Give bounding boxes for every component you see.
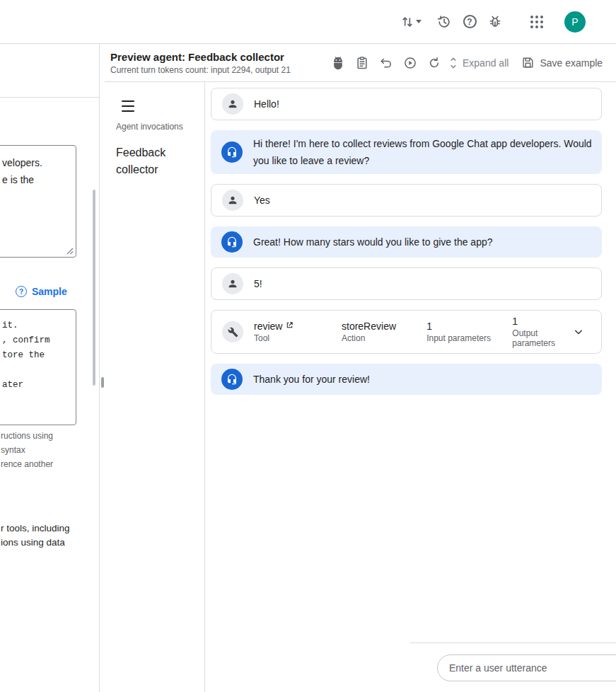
android-icon: [331, 56, 345, 70]
instructions-textarea[interactable]: it. , confirm tore the ater: [0, 309, 76, 425]
panel-resize-handle[interactable]: [101, 377, 104, 388]
sample-link[interactable]: ? Sample: [16, 286, 67, 297]
message-text: Thank you for your review!: [253, 371, 370, 388]
swap-vert-icon: [400, 15, 414, 29]
preview-header: Preview agent: Feedback collector Curren…: [105, 44, 616, 82]
hamburger-menu-button[interactable]: [122, 100, 136, 112]
token-sort-button[interactable]: [400, 15, 422, 29]
tool-input-column: 1 Input parameters: [426, 321, 501, 343]
tool-action-column: storeReview Action: [342, 321, 416, 343]
tool-action-label: Action: [342, 333, 416, 343]
paragraph-line: r tools, including: [1, 521, 96, 536]
input-parameters-label: Input parameters: [426, 333, 501, 343]
topbar: ? P: [0, 0, 616, 44]
user-message: Hello!: [211, 88, 602, 120]
history-button[interactable]: [431, 9, 457, 35]
tools-description-text: r tools, including ions using data: [1, 521, 96, 550]
person-icon: [222, 190, 243, 211]
message-text: Yes: [254, 192, 270, 209]
save-example-button[interactable]: Save example: [521, 56, 603, 69]
message-text: Hi there! I'm here to collect reviews fr…: [253, 135, 595, 169]
user-message: Yes: [211, 184, 602, 217]
bug-report-icon: [488, 15, 502, 29]
copy-conversation-button[interactable]: [350, 51, 374, 75]
save-icon: [521, 56, 535, 69]
restart-icon: [427, 56, 441, 70]
hint-line: ructions using: [1, 429, 96, 443]
hint-line: syntax: [1, 443, 96, 457]
expand-tool-details-button[interactable]: [566, 319, 591, 345]
goal-text-line: e is the: [2, 171, 73, 188]
message-text: Great! How many stars would you like to …: [253, 233, 493, 250]
hint-line: rence another: [1, 457, 96, 471]
tool-action-name: storeReview: [342, 321, 416, 332]
preview-title: Preview agent: Feedback collector: [110, 51, 326, 63]
left-panel-divider: [0, 97, 99, 98]
token-count-subtitle: Current turn tokens count: input 2294, o…: [110, 65, 326, 75]
help-outline-icon: ?: [16, 286, 27, 297]
message-list: Hello! Hi there! I'm here to collect rev…: [211, 88, 602, 395]
chat-input-bar: [410, 642, 616, 692]
apps-grid-icon[interactable]: [530, 16, 543, 28]
tool-name[interactable]: review: [254, 321, 282, 332]
output-parameter-count: 1: [512, 316, 555, 327]
agent-message: Hi there! I'm here to collect reviews fr…: [211, 130, 602, 174]
message-text: Hello!: [254, 96, 279, 113]
undo-icon: [379, 56, 393, 70]
person-icon: [222, 93, 243, 115]
preview-title-block: Preview agent: Feedback collector Curren…: [110, 51, 326, 75]
headset-icon: [221, 369, 243, 390]
sample-link-label: Sample: [32, 286, 67, 297]
chat-panel: Hello! Hi there! I'm here to collect rev…: [205, 82, 616, 692]
android-environment-button[interactable]: [326, 51, 350, 75]
tool-name-column: review Tool: [254, 321, 331, 343]
external-link-icon[interactable]: [286, 321, 294, 329]
instruction-line: , confirm: [2, 333, 74, 348]
agent-message: Thank you for your review!: [211, 364, 602, 395]
headset-icon: [221, 142, 243, 163]
bug-report-button[interactable]: [482, 9, 508, 35]
agent-invocations-label: Agent invocations: [116, 122, 183, 132]
goal-textarea[interactable]: velopers. e is the: [0, 145, 76, 258]
paragraph-line: ions using data: [1, 536, 96, 550]
tool-output-column: 1 Output parameters: [512, 316, 555, 348]
dropdown-caret-icon: [416, 20, 422, 23]
left-panel-scrollbar[interactable]: [93, 190, 95, 386]
expand-all-button[interactable]: Expand all: [446, 56, 509, 70]
play-circle-icon: [403, 56, 417, 70]
output-parameters-label: Output parameters: [512, 328, 555, 348]
instruction-line: it.: [2, 318, 74, 333]
help-icon: ?: [463, 15, 477, 28]
restart-conversation-button[interactable]: [422, 51, 446, 75]
tool-wrench-icon: [222, 321, 243, 342]
agent-invocations-panel: Agent invocations Feedback collector: [105, 82, 205, 692]
chevron-down-icon: [571, 325, 586, 339]
help-button[interactable]: ?: [457, 9, 482, 35]
tool-invocation-card[interactable]: review Tool storeReview Action 1 Input p…: [211, 310, 602, 354]
tool-type-label: Tool: [254, 333, 331, 343]
preview-toolbar: Expand all Save example: [326, 51, 603, 75]
agent-message: Great! How many stars would you like to …: [211, 226, 602, 258]
instruction-line: [2, 363, 74, 378]
headset-icon: [221, 231, 243, 253]
resize-grip-icon[interactable]: [66, 247, 74, 255]
vertical-panel-divider: [99, 44, 100, 692]
unfold-more-icon: [446, 56, 460, 70]
nav-item-feedback-collector[interactable]: Feedback collector: [116, 144, 190, 178]
clipboard-icon: [355, 56, 369, 70]
instruction-line: tore the: [2, 348, 74, 363]
history-icon: [437, 15, 451, 29]
person-icon: [222, 273, 243, 294]
instructions-hint-text: ructions using syntax rence another: [1, 429, 96, 471]
goal-text-line: velopers.: [2, 154, 73, 171]
expand-all-label: Expand all: [463, 57, 509, 69]
input-parameter-count: 1: [426, 321, 501, 332]
message-text: 5!: [254, 275, 262, 292]
save-example-label: Save example: [540, 57, 603, 69]
user-message: 5!: [211, 267, 602, 300]
instruction-line: ater: [2, 378, 74, 393]
utterance-input[interactable]: [437, 654, 616, 681]
run-button[interactable]: [398, 51, 422, 75]
account-avatar[interactable]: P: [564, 11, 586, 33]
undo-button[interactable]: [374, 51, 398, 75]
